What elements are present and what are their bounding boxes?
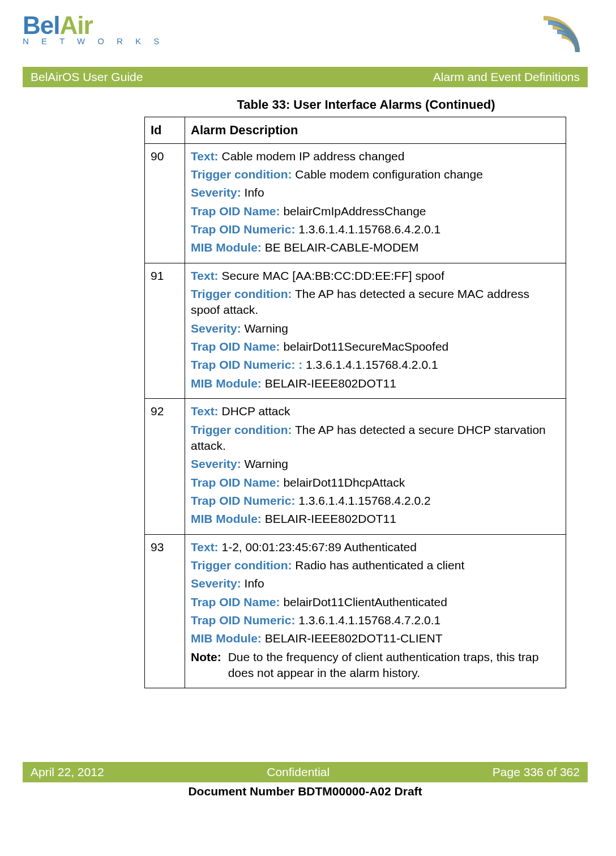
value-text: Cable modem IP address changed <box>221 150 404 163</box>
label-text: Text: <box>191 269 219 282</box>
cell-desc: Text: DHCP attack Trigger condition: The… <box>185 399 566 534</box>
value-severity: Info <box>245 577 264 590</box>
footer-bar: April 22, 2012 Confidential Page 336 of … <box>23 762 588 782</box>
belair-logo: BelAir N E T W O R K S <box>23 11 164 46</box>
label-severity: Severity: <box>191 457 241 470</box>
value-trigger: Radio has authenticated a client <box>295 559 464 572</box>
guide-title: BelAirOS User Guide <box>31 70 143 84</box>
label-severity: Severity: <box>191 322 241 335</box>
value-trap-name: belairDot11DhcpAttack <box>283 476 405 489</box>
footer-page: Page 336 of 362 <box>493 765 580 779</box>
note-row: Note: Due to the frequency of client aut… <box>191 649 560 682</box>
wifi-arc-icon <box>537 11 588 57</box>
cell-id: 93 <box>145 534 185 688</box>
value-text: 1-2, 00:01:23:45:67:89 Authenticated <box>221 540 416 553</box>
value-trap-num: 1.3.6.1.4.1.15768.4.7.2.0.1 <box>298 614 440 627</box>
logo-subtext: N E T W O R K S <box>23 36 164 46</box>
label-trap-name: Trap OID Name: <box>191 476 280 489</box>
table-row: 91 Text: Secure MAC [AA:BB:CC:DD:EE:FF] … <box>145 263 566 398</box>
cell-id: 90 <box>145 143 185 263</box>
label-trigger: Trigger condition: <box>191 168 292 181</box>
footer-date: April 22, 2012 <box>31 765 104 779</box>
value-severity: Warning <box>245 457 288 470</box>
table-container: Table 33: User Interface Alarms (Continu… <box>144 97 588 688</box>
label-trap-name: Trap OID Name: <box>191 595 280 608</box>
page: BelAir N E T W O R K S BelAirOS User Gui… <box>0 0 616 805</box>
title-bar: BelAirOS User Guide Alarm and Event Defi… <box>23 67 588 87</box>
label-trap-num: Trap OID Numeric: : <box>191 358 302 371</box>
logo-text-bel: Bel <box>23 11 59 39</box>
label-mib: MIB Module: <box>191 632 262 645</box>
value-trap-num: 1.3.6.1.4.1.15768.4.2.0.2 <box>298 494 431 507</box>
label-mib: MIB Module: <box>191 241 262 254</box>
label-trap-num: Trap OID Numeric: <box>191 223 295 236</box>
value-trap-name: belairDot11SecureMacSpoofed <box>283 340 448 353</box>
label-mib: MIB Module: <box>191 512 262 525</box>
footer-confidential: Confidential <box>267 765 330 779</box>
value-trap-num: 1.3.6.1.4.1.15768.4.2.0.1 <box>306 358 438 371</box>
value-trap-num: 1.3.6.1.4.1.15768.6.4.2.0.1 <box>298 223 440 236</box>
alarms-table: Id Alarm Description 90 Text: Cable mode… <box>144 117 566 688</box>
value-trap-name: belairCmIpAddressChange <box>283 205 426 218</box>
table-row: 90 Text: Cable modem IP address changed … <box>145 143 566 263</box>
label-trap-num: Trap OID Numeric: <box>191 494 295 507</box>
value-text: DHCP attack <box>221 404 290 418</box>
label-text: Text: <box>191 540 219 553</box>
cell-id: 92 <box>145 399 185 534</box>
label-trigger: Trigger condition: <box>191 287 292 300</box>
cell-desc: Text: 1-2, 00:01:23:45:67:89 Authenticat… <box>185 534 566 688</box>
value-severity: Info <box>245 186 264 199</box>
table-header-row: Id Alarm Description <box>145 117 566 144</box>
label-trigger: Trigger condition: <box>191 559 292 572</box>
page-header: BelAir N E T W O R K S <box>23 11 588 57</box>
table-caption: Table 33: User Interface Alarms (Continu… <box>144 97 588 112</box>
label-text: Text: <box>191 404 219 418</box>
cell-desc: Text: Secure MAC [AA:BB:CC:DD:EE:FF] spo… <box>185 263 566 398</box>
table-row: 92 Text: DHCP attack Trigger condition: … <box>145 399 566 534</box>
label-trigger: Trigger condition: <box>191 423 292 436</box>
label-severity: Severity: <box>191 577 241 590</box>
logo-text-air: Air <box>59 11 92 39</box>
table-row: 93 Text: 1-2, 00:01:23:45:67:89 Authenti… <box>145 534 566 688</box>
col-header-id: Id <box>145 117 185 144</box>
label-trap-name: Trap OID Name: <box>191 340 280 353</box>
label-trap-name: Trap OID Name: <box>191 205 280 218</box>
value-trap-name: belairDot11ClientAuthenticated <box>283 595 447 608</box>
label-text: Text: <box>191 150 219 163</box>
document-number: Document Number BDTM00000-A02 Draft <box>23 782 588 805</box>
label-severity: Severity: <box>191 186 241 199</box>
section-title: Alarm and Event Definitions <box>433 70 580 84</box>
value-mib: BELAIR-IEEE802DOT11 <box>265 377 396 390</box>
logo-wordmark: BelAir <box>23 11 164 40</box>
label-trap-num: Trap OID Numeric: <box>191 614 295 627</box>
value-note: Due to the frequency of client authentic… <box>228 649 560 682</box>
label-mib: MIB Module: <box>191 377 262 390</box>
value-severity: Warning <box>245 322 288 335</box>
value-mib: BE BELAIR-CABLE-MODEM <box>265 241 419 254</box>
cell-id: 91 <box>145 263 185 398</box>
cell-desc: Text: Cable modem IP address changed Tri… <box>185 143 566 263</box>
label-note: Note: <box>191 649 221 682</box>
col-header-desc: Alarm Description <box>185 117 566 144</box>
value-mib: BELAIR-IEEE802DOT11-CLIENT <box>265 632 443 645</box>
value-mib: BELAIR-IEEE802DOT11 <box>265 512 396 525</box>
value-text: Secure MAC [AA:BB:CC:DD:EE:FF] spoof <box>221 269 444 282</box>
value-trigger: Cable modem configuration change <box>295 168 483 181</box>
